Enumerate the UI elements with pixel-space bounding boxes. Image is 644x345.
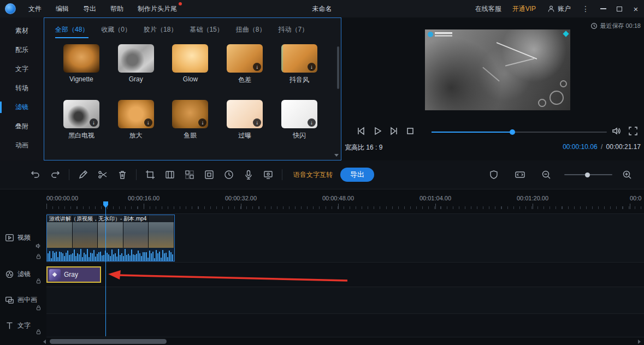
tab-film[interactable]: 胶片（18） [144, 25, 177, 38]
tab-shake[interactable]: 抖动（7） [278, 25, 308, 38]
scroll-right-icon[interactable] [638, 340, 641, 344]
zoom-slider[interactable] [564, 174, 612, 175]
track-mute-icon[interactable] [36, 243, 42, 249]
scrollbar-thumb[interactable] [50, 339, 167, 344]
sidebar-item-transition[interactable]: 转场 [0, 79, 44, 98]
next-frame-button[interactable] [388, 126, 401, 139]
filter-thumbnail[interactable] [118, 44, 154, 73]
film-strip-button[interactable] [162, 166, 178, 183]
filter-thumbnail[interactable]: ↓ [227, 44, 263, 73]
speech-to-text-button[interactable]: 语音文字互转 [293, 170, 333, 180]
marker-button[interactable] [486, 166, 502, 183]
timeline-zoom-controls [486, 166, 644, 183]
preview-panel: 最近保存 00:18 [341, 17, 644, 160]
menu-export[interactable]: 导出 [76, 0, 103, 17]
export-button[interactable]: 导出 [340, 168, 374, 182]
filter-thumbnail[interactable]: ↓ [281, 100, 317, 128]
clock-icon [223, 169, 234, 180]
maximize-button[interactable] [611, 0, 628, 17]
close-button[interactable]: × [628, 0, 644, 17]
record-voiceover-button[interactable] [240, 166, 257, 183]
ruler-label: 00:00:48.00 [322, 195, 354, 201]
text-track-lane[interactable] [0, 313, 644, 337]
online-support-link[interactable]: 在线客服 [470, 0, 507, 17]
redo-button[interactable] [47, 166, 63, 183]
split-button[interactable] [94, 166, 111, 183]
timeline-horizontal-scrollbar[interactable] [46, 339, 636, 344]
minimize-button[interactable] [595, 0, 611, 17]
filter-item-chromatic[interactable]: ↓ 色差 [223, 44, 267, 85]
filter-thumbnail[interactable]: ↓ [281, 44, 317, 73]
aspect-ratio[interactable]: 宽高比 16 : 9 [345, 143, 382, 152]
play-button[interactable] [372, 126, 385, 139]
zoom-slider-knob[interactable] [585, 172, 590, 177]
filter-thumbnail[interactable]: ↓ [172, 100, 208, 128]
track-lock-icon[interactable] [36, 278, 42, 284]
seek-bar-knob[interactable] [510, 129, 515, 135]
edit-clip-button[interactable] [75, 166, 91, 183]
tab-favorites[interactable]: 收藏（0） [101, 25, 131, 38]
previous-frame-button[interactable] [356, 126, 369, 139]
track-lock-icon[interactable] [36, 329, 42, 335]
tab-distort[interactable]: 扭曲（8） [236, 25, 266, 38]
video-clip[interactable]: 游戏讲解（原视频，无水印）- 副本.mp4 [46, 215, 175, 261]
menu-help[interactable]: 帮助 [103, 0, 131, 17]
tab-basic[interactable]: 基础（15） [190, 25, 223, 38]
screen-record-button[interactable] [260, 166, 276, 183]
filter-item-glow[interactable]: Glow [168, 44, 212, 85]
timeline-ruler[interactable]: 00:00:00.00 00:00:16.00 00:00:32.00 00:0… [46, 194, 644, 209]
scroll-left-icon[interactable] [43, 340, 46, 344]
seek-bar[interactable] [432, 132, 607, 133]
filter-item-overexposed[interactable]: ↓ 过曝 [223, 100, 267, 140]
stop-button[interactable] [405, 126, 418, 139]
volume-button[interactable] [611, 126, 624, 139]
filter-clip-gray[interactable]: Gray [46, 266, 101, 283]
download-icon: ↓ [253, 118, 261, 127]
filter-name: 鱼眼 [168, 131, 212, 140]
menu-intro-outro[interactable]: 制作片头片尾 [131, 0, 184, 17]
app-logo-icon [5, 3, 16, 14]
mosaic-button[interactable] [181, 166, 198, 183]
filter-item-fisheye[interactable]: ↓ 鱼眼 [168, 100, 212, 140]
zoom-out-button[interactable] [538, 166, 554, 183]
filter-item-flash[interactable]: ↓ 快闪 [277, 100, 321, 140]
filter-item-douyin[interactable]: ↓ 抖音风 [277, 44, 321, 85]
preview-video[interactable] [425, 29, 570, 110]
filter-name: Gray [114, 75, 158, 83]
filter-item-vignette[interactable]: Vignette [60, 44, 103, 85]
fit-timeline-button[interactable] [512, 166, 528, 183]
sidebar-item-material[interactable]: 素材 [0, 21, 44, 40]
filter-item-zoom[interactable]: ↓ 放大 [114, 100, 158, 140]
filter-item-gray[interactable]: Gray [114, 44, 158, 85]
filter-thumbnail[interactable] [63, 44, 99, 73]
fullscreen-button[interactable] [628, 126, 641, 139]
menu-edit[interactable]: 编辑 [49, 0, 76, 17]
tab-all[interactable]: 全部（48） [55, 25, 88, 38]
sidebar-item-animation[interactable]: 动画 [0, 136, 44, 155]
track-lock-icon[interactable] [36, 253, 42, 259]
account-button[interactable]: 账户 [541, 4, 576, 14]
more-menu-icon[interactable]: ⋮ [576, 4, 595, 13]
filter-thumbnail[interactable]: ↓ [63, 100, 99, 128]
sidebar-item-music[interactable]: 配乐 [0, 40, 44, 60]
undo-button[interactable] [27, 166, 44, 183]
vip-upgrade-link[interactable]: 开通VIP [507, 0, 541, 17]
filter-panel-scrollbar[interactable] [337, 46, 339, 89]
sidebar-item-text[interactable]: 文字 [0, 60, 44, 79]
zoom-in-button[interactable] [619, 166, 635, 183]
sidebar-item-filter[interactable]: 滤镜 [0, 98, 44, 117]
track-lock-icon[interactable] [36, 305, 42, 311]
playhead[interactable] [105, 201, 106, 336]
crop-button[interactable] [142, 166, 158, 183]
menu-file[interactable]: 文件 [21, 0, 49, 17]
delete-button[interactable] [114, 166, 131, 183]
filter-thumbnail[interactable]: ↓ [118, 100, 154, 128]
filter-item-bw-tv[interactable]: ↓ 黑白电视 [60, 100, 103, 140]
filter-thumbnail[interactable] [172, 44, 208, 73]
freeze-frame-button[interactable] [201, 166, 217, 183]
filter-name: 放大 [114, 131, 158, 140]
duration-button[interactable] [221, 166, 237, 183]
sidebar-item-overlay[interactable]: 叠附 [0, 117, 44, 136]
filter-thumbnail[interactable]: ↓ [227, 100, 263, 128]
pip-track-lane[interactable] [0, 287, 644, 313]
